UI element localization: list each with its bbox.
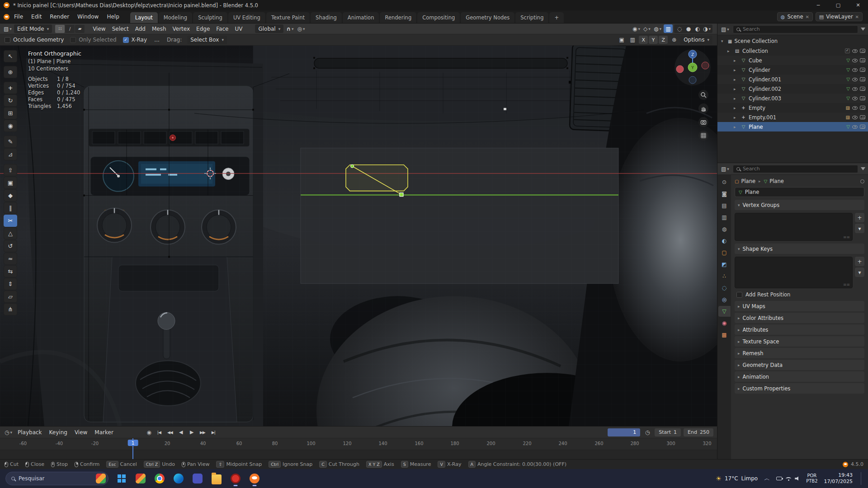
auto-keying-button[interactable] [145, 428, 153, 436]
tool-rip-button[interactable] [4, 303, 17, 315]
properties-tab-object[interactable] [718, 247, 731, 258]
hide-eye-icon[interactable] [852, 97, 858, 100]
workspace-tab[interactable]: Layout [130, 12, 158, 23]
tool-spin-button[interactable] [4, 240, 17, 252]
workspace-tab[interactable]: Rendering [380, 12, 416, 23]
mesh-name-field[interactable]: Plane [735, 187, 864, 197]
workspace-tab[interactable]: UV Editing [228, 12, 265, 23]
hide-eye-icon[interactable] [852, 59, 858, 62]
outliner-row[interactable]: ▸ Empty [717, 103, 868, 113]
expand-icon[interactable]: ▸ [727, 49, 732, 53]
properties-tab-world[interactable] [718, 235, 731, 246]
viewport-3d[interactable]: Front Orthographic (1) Plane | Plane 10 … [0, 46, 717, 426]
timeline-editor-type-button[interactable] [4, 428, 13, 436]
snap-toggle-button[interactable] [285, 24, 294, 33]
disable-render-icon[interactable] [860, 68, 865, 72]
taskbar-app-teams[interactable] [189, 470, 206, 487]
timeline-ruler[interactable]: -60-40-201204060801001201401601802002202… [0, 438, 717, 450]
workspace-tab[interactable]: Modeling [159, 12, 192, 23]
viewport-canvas[interactable] [0, 46, 717, 426]
workspace-tab[interactable]: + [549, 12, 564, 23]
properties-tab-data[interactable] [718, 306, 731, 317]
collapse-icon[interactable]: ▾ [721, 39, 726, 43]
xray-toggle-button[interactable] [664, 24, 673, 33]
panel-header[interactable]: ▸ Geometry Data [735, 360, 864, 370]
panel-header[interactable]: ▸ Animation [735, 371, 864, 382]
taskbar-app-chrome[interactable] [151, 470, 168, 487]
hide-eye-icon[interactable] [852, 87, 858, 91]
overlays-dropdown-button[interactable] [653, 24, 662, 33]
topbar-menu[interactable]: Window [73, 12, 103, 22]
taskbar-app-blender[interactable] [246, 470, 263, 487]
tool-cursor-button[interactable] [4, 66, 17, 78]
properties-tab-tool[interactable] [718, 177, 731, 188]
play-button[interactable] [187, 428, 197, 436]
panel-header[interactable]: ▸ Texture Space [735, 336, 864, 347]
viewport-menu[interactable]: View [90, 24, 108, 33]
snap-base-icon[interactable] [617, 36, 626, 44]
timeline-menu[interactable]: Keying [46, 428, 71, 437]
tool-loop-cut-button[interactable] [4, 202, 17, 214]
axis-constraint-button[interactable]: Z [659, 36, 668, 44]
topbar-menu[interactable]: Edit [27, 12, 46, 22]
hide-eye-icon[interactable] [852, 106, 858, 110]
disable-render-icon[interactable] [860, 49, 865, 53]
viewport-menu[interactable]: Face [213, 24, 231, 33]
panel-header[interactable]: ▸ Remesh [735, 348, 864, 358]
add-rest-position-toggle[interactable]: Add Rest Position [735, 291, 864, 298]
shading-rendered-button[interactable] [702, 24, 712, 33]
workspace-tab[interactable]: Shading [311, 12, 342, 23]
axis-constraint-button[interactable]: X [639, 36, 648, 44]
shading-wireframe-button[interactable] [675, 24, 684, 33]
maximize-button[interactable]: ▢ [828, 0, 848, 10]
properties-filter-icon[interactable] [861, 167, 865, 170]
properties-tab-physics[interactable] [718, 282, 731, 293]
drag-mode-selector[interactable]: Select Box [187, 36, 227, 44]
viewlayer-selector[interactable]: ViewLayer ✕ [816, 12, 863, 21]
taskbar-app-game[interactable] [132, 470, 149, 487]
disable-render-icon[interactable] [860, 115, 865, 119]
taskbar-search-input[interactable] [19, 475, 92, 482]
viewport-menu[interactable]: Vertex [170, 24, 193, 33]
disable-render-icon[interactable] [860, 58, 865, 62]
navigation-gizmo[interactable]: Z Y [674, 48, 712, 88]
weather-widget[interactable]: 17°C Limpo [716, 475, 758, 482]
tool-shrink-button[interactable] [4, 278, 17, 290]
taskbar-app-start[interactable] [113, 470, 130, 487]
properties-tab-material[interactable] [718, 318, 731, 328]
resize-grip-icon[interactable]: ≡≡ [843, 235, 850, 239]
expand-icon[interactable]: ▸ [734, 68, 738, 72]
timeline-menu[interactable]: Playback [14, 428, 46, 437]
tool-setting-toggle[interactable]: Only Selected [70, 37, 116, 43]
workspace-tab[interactable]: Sculpting [193, 12, 227, 23]
add-shape-key-button[interactable]: + [855, 257, 864, 266]
tool-edge-slide-button[interactable] [4, 265, 17, 277]
filter-icon[interactable] [861, 28, 865, 31]
scene-unlink-icon[interactable]: ✕ [805, 14, 809, 19]
outliner-row[interactable]: ▸ Plane [717, 122, 868, 131]
more-options-button[interactable]: ... [152, 36, 161, 44]
tool-annotate-button[interactable] [4, 136, 17, 148]
checkbox[interactable] [70, 37, 76, 43]
panel-header-shape-keys[interactable]: ▾ Shape Keys [735, 244, 864, 254]
properties-tab-render[interactable] [718, 188, 731, 199]
ortho-grid-icon[interactable] [698, 131, 708, 141]
outliner-row[interactable]: ▸ Cube [717, 56, 868, 65]
options-dropdown[interactable]: Options [680, 36, 712, 44]
breadcrumb-data[interactable]: Plane [764, 178, 784, 184]
viewport-menu[interactable]: Add [132, 24, 149, 33]
hide-eye-icon[interactable] [852, 78, 858, 81]
outliner-search[interactable] [733, 25, 858, 33]
checkbox[interactable] [123, 37, 129, 43]
shape-keys-list[interactable]: ≡≡ [735, 257, 853, 288]
properties-tab-texture[interactable] [718, 329, 731, 340]
outliner-editor-type-button[interactable] [720, 25, 730, 33]
disable-render-icon[interactable] [860, 96, 865, 100]
gizmos-dropdown-button[interactable] [642, 24, 651, 33]
minimize-button[interactable]: ─ [808, 0, 828, 10]
workspace-tab[interactable]: Animation [343, 12, 379, 23]
tool-inset-button[interactable] [4, 177, 17, 189]
timeline-menu[interactable]: Marker [91, 428, 117, 437]
camera-view-icon[interactable] [698, 117, 708, 127]
axis-constraint-button[interactable]: Y [649, 36, 658, 44]
